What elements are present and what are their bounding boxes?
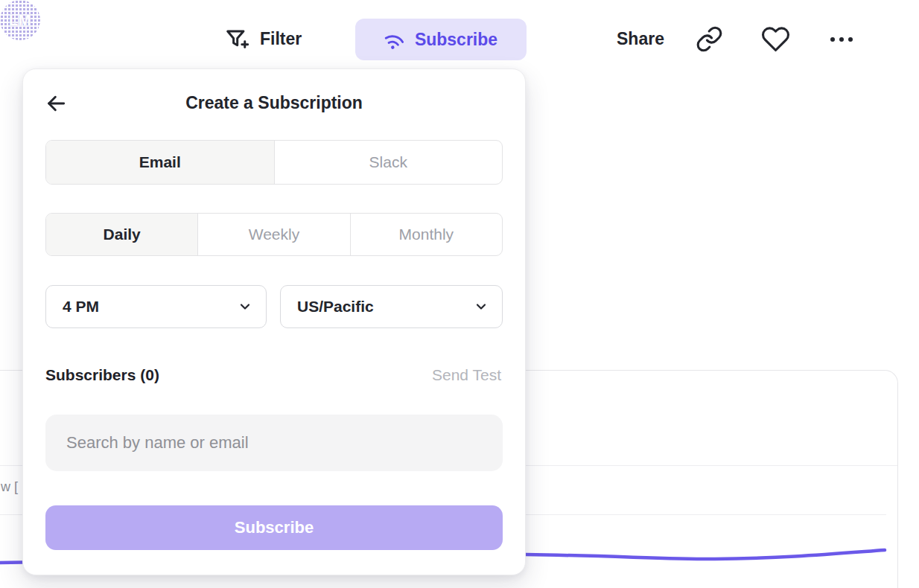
tab-weekly[interactable]: Weekly: [198, 214, 350, 255]
tab-weekly-label: Weekly: [249, 226, 299, 243]
tab-email[interactable]: Email: [46, 141, 275, 184]
tab-daily-label: Daily: [104, 226, 141, 243]
more-options-button[interactable]: [827, 28, 856, 51]
avatar-initials: LM: [9, 12, 31, 29]
frequency-toggle-group: Daily Weekly Monthly: [45, 213, 503, 256]
subscribe-label: Subscribe: [415, 30, 497, 50]
link-icon: [696, 25, 723, 53]
filter-button[interactable]: Filter: [223, 22, 302, 55]
chevron-down-icon: [238, 299, 252, 314]
tab-monthly-label: Monthly: [399, 226, 454, 243]
tab-slack-label: Slack: [369, 153, 407, 171]
tab-daily[interactable]: Daily: [46, 214, 198, 255]
more-icon: [827, 28, 856, 51]
heart-icon: [761, 25, 790, 54]
filter-label: Filter: [260, 29, 302, 49]
timezone-select-value: US/Pacific: [297, 298, 374, 316]
share-button[interactable]: Share: [617, 27, 664, 51]
send-test-link[interactable]: Send Test: [432, 366, 501, 384]
tab-slack[interactable]: Slack: [275, 141, 503, 184]
subscribe-submit-button[interactable]: Subscribe: [45, 505, 503, 550]
rss-subscribe-icon: [381, 25, 408, 53]
subscriber-search-input[interactable]: [45, 415, 503, 471]
channel-toggle-group: Email Slack: [45, 140, 503, 185]
subscribe-toolbar-button[interactable]: Subscribe: [355, 19, 527, 60]
share-label: Share: [617, 29, 664, 49]
page: w [ Filter Subscribe LM Share: [0, 0, 919, 588]
time-select-value: 4 PM: [63, 298, 99, 316]
chevron-down-icon: [474, 299, 489, 314]
modal-title: Create a Subscription: [23, 93, 525, 113]
chart-partial-label: w [: [1, 479, 18, 495]
create-subscription-modal: Create a Subscription Email Slack Daily …: [22, 68, 526, 575]
timezone-select[interactable]: US/Pacific: [280, 285, 503, 328]
subscribers-count-label: Subscribers (0): [45, 366, 159, 384]
favorite-button[interactable]: [761, 25, 790, 54]
tab-email-label: Email: [139, 153, 181, 171]
tab-monthly[interactable]: Monthly: [351, 214, 502, 255]
user-avatar[interactable]: LM: [0, 0, 40, 40]
time-select[interactable]: 4 PM: [45, 285, 267, 328]
copy-link-button[interactable]: [696, 25, 723, 53]
filter-plus-icon: [223, 26, 249, 51]
